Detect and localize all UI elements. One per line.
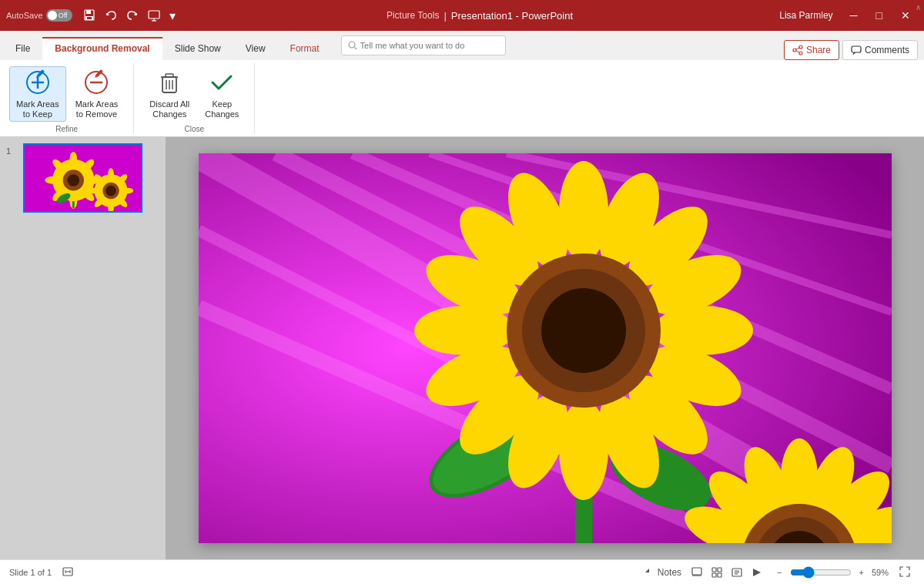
autosave-label: AutoSave	[6, 11, 43, 20]
zoom-in-button[interactable]: +	[855, 566, 869, 579]
svg-point-7	[349, 42, 355, 48]
zoom-controls: − + 59%	[772, 566, 889, 579]
mark-keep-icon	[24, 69, 52, 96]
svg-point-34	[69, 152, 77, 166]
svg-rect-114	[712, 573, 716, 577]
svg-point-40	[45, 176, 59, 184]
zoom-slider[interactable]	[790, 566, 852, 579]
discard-icon	[156, 69, 183, 96]
zoom-out-button[interactable]: −	[772, 566, 786, 579]
app-title: Presentation1 - PowerPoint	[451, 10, 573, 22]
share-button[interactable]: Share	[784, 40, 839, 60]
svg-point-10	[799, 52, 802, 55]
mark-areas-to-remove-button[interactable]: Mark Areas to Remove	[69, 66, 125, 122]
title-bar: AutoSave Off ▾ Pictu	[0, 0, 924, 31]
svg-marker-120	[753, 569, 761, 576]
refine-label: Refine	[55, 122, 78, 133]
share-icon	[792, 45, 803, 55]
search-box	[341, 35, 506, 55]
discard-label: Discard All Changes	[149, 99, 189, 119]
zoom-level: 59%	[872, 568, 889, 577]
svg-rect-26	[166, 74, 173, 77]
slide-item-1[interactable]: 1	[6, 143, 159, 213]
autosave-group: AutoSave Off	[6, 9, 72, 22]
autosave-toggle[interactable]: Off	[46, 9, 72, 22]
presentation-icon[interactable]	[143, 8, 165, 23]
fit-slide-button[interactable]	[58, 565, 78, 580]
main-area: 1	[0, 137, 924, 559]
title-center: Picture Tools | Presentation1 - PowerPoi…	[180, 10, 780, 22]
slide-canvas[interactable]	[199, 153, 892, 543]
save-icon[interactable]	[79, 8, 100, 23]
ribbon-tabs: File Background Removal Slide Show View …	[0, 31, 924, 60]
fit-window-button[interactable]	[895, 565, 915, 580]
slide-info: Slide 1 of 1	[9, 568, 52, 577]
keep-label: Keep Changes	[205, 99, 239, 119]
dropdown-icon[interactable]: ▾	[165, 7, 180, 25]
svg-point-53	[89, 188, 101, 194]
user-name: Lisa Parmley	[779, 10, 832, 21]
svg-point-33	[68, 174, 80, 186]
ribbon-content: Mark Areas to Keep	[0, 60, 924, 137]
svg-point-9	[799, 45, 802, 49]
close-button[interactable]: ✕	[893, 6, 918, 25]
svg-rect-113	[718, 568, 721, 572]
mark-remove-label: Mark Areas to Remove	[75, 99, 119, 119]
fit-window-icon	[899, 566, 910, 577]
close-label: Close	[185, 122, 205, 133]
status-right: Notes	[644, 564, 915, 581]
slideshow-button[interactable]	[748, 564, 766, 581]
svg-rect-3	[87, 17, 92, 19]
mark-remove-icon	[82, 69, 110, 96]
refine-items: Mark Areas to Keep	[9, 66, 124, 122]
undo-icon[interactable]	[100, 8, 122, 23]
ribbon-group-refine: Mark Areas to Keep	[0, 63, 134, 133]
comments-button[interactable]: Comments	[842, 40, 918, 60]
notes-button[interactable]: Notes	[644, 567, 681, 578]
reading-view-button[interactable]	[728, 564, 746, 581]
ribbon-right: Share Comments	[784, 40, 924, 60]
svg-rect-1	[86, 10, 91, 14]
svg-point-11	[793, 49, 796, 52]
title-right: Lisa Parmley ─ □ ✕	[779, 6, 918, 25]
slide-panel: 1	[0, 137, 166, 559]
comments-icon	[851, 45, 862, 55]
svg-point-46	[105, 186, 116, 196]
svg-rect-115	[718, 573, 721, 577]
fit-slide-icon	[62, 566, 73, 577]
tab-background-removal[interactable]: Background Removal	[42, 37, 162, 60]
redo-icon[interactable]	[122, 8, 143, 23]
tab-view[interactable]: View	[233, 39, 278, 60]
svg-line-13	[796, 51, 799, 52]
keep-changes-button[interactable]: Keep Changes	[199, 66, 245, 122]
slide-thumbnail-1[interactable]	[23, 143, 142, 213]
svg-point-49	[122, 188, 134, 194]
svg-rect-110	[692, 568, 701, 575]
ribbon-collapse-icon[interactable]: ∧	[916, 3, 921, 12]
ribbon-group-close: Discard All Changes Keep Changes Close	[134, 63, 255, 133]
svg-point-85	[541, 288, 626, 373]
minimize-button[interactable]: ─	[842, 6, 865, 25]
discard-changes-button[interactable]: Discard All Changes	[143, 66, 196, 122]
keep-changes-icon	[208, 69, 236, 96]
slide-sorter-button[interactable]	[708, 564, 726, 581]
tab-format[interactable]: Format	[278, 39, 332, 60]
status-bar: Slide 1 of 1 Notes	[0, 559, 924, 584]
view-buttons	[688, 564, 766, 581]
svg-point-47	[108, 168, 114, 180]
maximize-button[interactable]: □	[869, 6, 890, 25]
search-input[interactable]	[360, 41, 499, 50]
picture-tools-label: Picture Tools	[387, 10, 439, 21]
normal-view-button[interactable]	[688, 564, 706, 581]
close-items: Discard All Changes Keep Changes	[143, 66, 245, 122]
mark-areas-to-keep-button[interactable]: Mark Areas to Keep	[9, 66, 66, 122]
slide-number-1: 1	[6, 146, 18, 156]
tab-file[interactable]: File	[3, 39, 42, 60]
svg-line-12	[796, 48, 799, 49]
svg-marker-109	[645, 569, 649, 572]
notes-label: Notes	[658, 567, 681, 578]
tab-slide-show[interactable]: Slide Show	[162, 39, 233, 60]
svg-rect-14	[852, 46, 861, 52]
mark-keep-label: Mark Areas to Keep	[16, 99, 59, 119]
svg-line-8	[354, 48, 357, 50]
